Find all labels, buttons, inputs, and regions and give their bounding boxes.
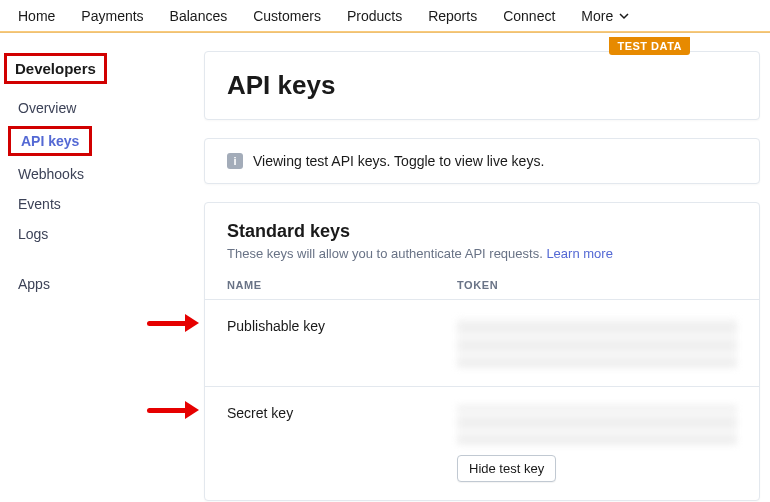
col-header-name: NAME (227, 279, 457, 291)
standard-keys-card: Standard keys These keys will allow you … (204, 202, 760, 501)
standard-keys-desc: These keys will allow you to authenticat… (227, 246, 737, 261)
key-token-publishable[interactable] (457, 318, 737, 368)
nav-balances[interactable]: Balances (170, 8, 228, 24)
info-icon: i (227, 153, 243, 169)
nav-home[interactable]: Home (18, 8, 55, 24)
sidebar-item-apps[interactable]: Apps (4, 270, 174, 298)
blurred-token (457, 318, 737, 368)
sidebar-item-overview[interactable]: Overview (4, 94, 174, 122)
learn-more-link[interactable]: Learn more (546, 246, 612, 261)
keys-table-header: NAME TOKEN (205, 265, 759, 299)
nav-more[interactable]: More (581, 8, 629, 24)
notice-text: Viewing test API keys. Toggle to view li… (253, 153, 544, 169)
sidebar-heading-developers[interactable]: Developers (4, 53, 107, 84)
main-area: TEST DATA Developers Overview API keys W… (0, 33, 770, 501)
test-data-badge: TEST DATA (609, 37, 690, 55)
sidebar-item-events[interactable]: Events (4, 190, 174, 218)
chevron-down-icon (619, 8, 629, 24)
nav-customers[interactable]: Customers (253, 8, 321, 24)
blurred-token (457, 405, 737, 445)
col-header-token: TOKEN (457, 279, 737, 291)
top-nav: Home Payments Balances Customers Product… (0, 0, 770, 33)
table-row: Secret key Hide test key (205, 386, 759, 500)
key-name-publishable: Publishable key (227, 318, 457, 334)
notice-card: i Viewing test API keys. Toggle to view … (204, 138, 760, 184)
title-card: API keys (204, 51, 760, 120)
sidebar-item-api-keys[interactable]: API keys (8, 126, 92, 156)
nav-products[interactable]: Products (347, 8, 402, 24)
arrow-icon (147, 314, 199, 332)
nav-more-label: More (581, 8, 613, 24)
key-name-secret: Secret key (227, 405, 457, 421)
hide-test-key-button[interactable]: Hide test key (457, 455, 556, 482)
sidebar: Developers Overview API keys Webhooks Ev… (0, 33, 174, 501)
nav-reports[interactable]: Reports (428, 8, 477, 24)
nav-payments[interactable]: Payments (81, 8, 143, 24)
table-row: Publishable key (205, 299, 759, 386)
standard-keys-title: Standard keys (227, 221, 737, 242)
nav-connect[interactable]: Connect (503, 8, 555, 24)
content: API keys i Viewing test API keys. Toggle… (174, 33, 770, 501)
sidebar-item-webhooks[interactable]: Webhooks (4, 160, 174, 188)
sidebar-item-logs[interactable]: Logs (4, 220, 174, 248)
standard-keys-desc-text: These keys will allow you to authenticat… (227, 246, 546, 261)
key-token-secret: Hide test key (457, 405, 737, 482)
page-title: API keys (205, 52, 759, 119)
arrow-icon (147, 401, 199, 419)
